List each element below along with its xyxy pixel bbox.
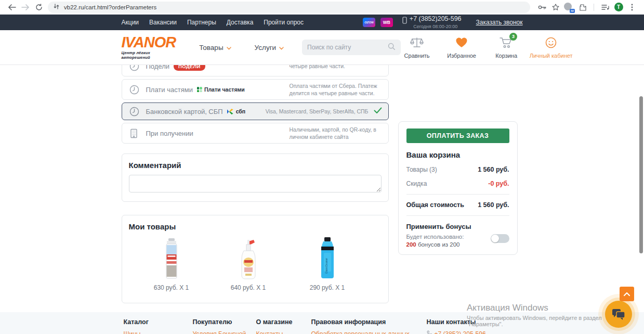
site-footer: Каталог Шины Покупателю Условия Бонусной…: [0, 312, 644, 334]
phone-icon: [402, 17, 407, 26]
footer-link-personal-data[interactable]: Обработка персональных данных: [311, 330, 427, 334]
footer-link-phone[interactable]: +7 (3852) 205-596: [427, 330, 486, 334]
product-image-spray: [222, 237, 274, 280]
payment-label: При получении: [146, 130, 193, 137]
check-icon: [374, 107, 382, 116]
account-button[interactable]: Личный кабинет: [535, 36, 567, 59]
url-text[interactable]: vb22.ru/cart.html?orderParameters: [64, 4, 156, 10]
footer-link-contacts[interactable]: Контакты: [256, 330, 311, 334]
heart-icon: [455, 36, 468, 51]
pay-order-button[interactable]: ОПЛАТИТЬ ЗАКАЗ: [406, 129, 509, 143]
footer-col-catalog: Каталог Шины: [124, 318, 193, 334]
top-links: Акции Вакансии Партнеры Доставка Пройти …: [122, 19, 304, 26]
scroll-to-top-button[interactable]: [620, 287, 634, 301]
cart-icon: 3: [500, 36, 513, 51]
summary-divider: [406, 215, 509, 216]
footer-col-our-contacts: Наши контакты +7 (3852) 205-596: [427, 318, 486, 334]
top-utility-bar: Акции Вакансии Партнеры Доставка Пройти …: [0, 15, 644, 30]
product-item[interactable]: 630 руб. X 1: [146, 237, 198, 291]
page-scrollbar[interactable]: [639, 96, 643, 253]
account-label: Личный кабинет: [530, 53, 573, 59]
discount-value: -0 руб.: [488, 180, 509, 187]
cart-button[interactable]: 3 Корзина: [490, 36, 522, 59]
side-panel-icon[interactable]: [598, 2, 612, 13]
comment-textarea[interactable]: [129, 175, 382, 192]
sbp-mark-icon: [227, 108, 234, 115]
payment-desc: Наличными, картой, по QR-коду, в личном …: [290, 126, 382, 140]
nav-uslugi-label: Услуги: [255, 44, 277, 52]
compare-button[interactable]: Сравнить: [401, 36, 433, 59]
plati-chastyami-logo-text: Плати частями: [204, 86, 245, 93]
payment-option-plati-chastyami[interactable]: Плати частями Плати частями Оплата частя…: [122, 79, 389, 100]
cart-count-badge: 3: [509, 33, 517, 41]
logo[interactable]: IVANOR Центр лёгких авторешений: [122, 35, 176, 60]
product-image-bottle: GlassCleaner: [301, 237, 353, 280]
cart-summary: ОПЛАТИТЬ ЗАКАЗ Ваша корзина Товары (3) 1…: [398, 121, 518, 255]
payment-option-on-delivery[interactable]: При получении Наличными, картой, по QR-к…: [122, 123, 389, 144]
top-link-partnery[interactable]: Партнеры: [187, 19, 216, 26]
clock-icon: [129, 85, 140, 95]
menu-kebab-icon[interactable]: [625, 2, 639, 13]
browser-toolbar: vb22.ru/cart.html?orderParameters IV T: [0, 0, 644, 15]
footer-link-bonus-terms[interactable]: Условия Бонусной карты: [193, 330, 256, 334]
bonus-title: Применить бонусы: [406, 223, 509, 230]
payment-desc: Visa, Mastercard, SberPay, SberAlfa, СПБ: [266, 108, 369, 115]
footer-col-title: Покупателю: [193, 318, 256, 326]
nav-uslugi[interactable]: Услуги: [255, 44, 284, 52]
payment-option-podeli[interactable]: Подели ПОДЕЛИ четыре равные части.: [122, 65, 389, 76]
site-search[interactable]: [302, 40, 401, 55]
footer-link-shiny[interactable]: Шины: [124, 330, 193, 334]
header-phone[interactable]: +7 (3852)205-596: [410, 16, 462, 23]
payment-label: Плати частями: [146, 86, 193, 94]
clock-icon: [129, 107, 140, 117]
forward-icon[interactable]: [19, 2, 32, 13]
total-value: 1 560 руб.: [478, 201, 509, 209]
bonus-amount: 200: [406, 241, 416, 248]
reload-icon[interactable]: [32, 2, 46, 13]
product-item[interactable]: 640 руб. X 1: [222, 237, 274, 291]
search-input[interactable]: [307, 44, 388, 51]
nav-tovary[interactable]: Товары: [199, 44, 231, 52]
logo-text: IVANOR: [122, 35, 176, 50]
product-price: 640 руб. X 1: [222, 284, 274, 291]
footer-col-title: Наши контакты: [427, 318, 486, 326]
payment-option-card-sbp[interactable]: Банковской картой, СБП сбп Visa, Masterc…: [122, 102, 389, 120]
cart-label: Корзина: [495, 53, 517, 59]
svg-text:GlassCleaner: GlassCleaner: [325, 258, 328, 274]
chat-widget-button[interactable]: [605, 301, 632, 328]
wb-badge[interactable]: WB: [380, 18, 393, 27]
payment-desc: Оплата частями от Сбера. Платеж делится …: [290, 82, 382, 97]
favorites-button[interactable]: Избранное: [445, 36, 478, 59]
nav-tovary-label: Товары: [199, 44, 223, 52]
site-settings-icon[interactable]: [53, 3, 60, 12]
items-count-label: Товары (3): [406, 166, 437, 173]
top-link-vakansii[interactable]: Вакансии: [149, 19, 177, 26]
address-bar[interactable]: vb22.ru/cart.html?orderParameters: [48, 2, 530, 13]
extension-badge: IV: [570, 9, 575, 13]
extensions-puzzle-icon[interactable]: [576, 2, 589, 13]
back-icon[interactable]: [5, 2, 19, 13]
profile-avatar[interactable]: T: [612, 2, 625, 13]
bookmark-star-icon[interactable]: [549, 2, 562, 13]
footer-phone-icon: [427, 330, 432, 334]
top-link-akcii[interactable]: Акции: [122, 19, 139, 26]
favorites-label: Избранное: [447, 53, 476, 59]
toolbar-divider: [594, 4, 594, 11]
working-hours: Сегодня 08:00-20:00: [410, 24, 462, 29]
site-header: IVANOR Центр лёгких авторешений Товары У…: [0, 30, 644, 65]
footer-col-about: О магазине Контакты: [256, 318, 311, 334]
extension-iv-icon[interactable]: IV: [562, 2, 576, 13]
bonus-toggle[interactable]: [491, 234, 509, 243]
product-item[interactable]: GlassCleaner 290 руб. X 1: [301, 237, 353, 291]
logo-tagline: Центр лёгких авторешений: [122, 50, 176, 60]
password-key-icon[interactable]: [535, 2, 549, 13]
ozon-badge[interactable]: OZON: [363, 18, 375, 27]
sbp-logo: сбп: [227, 108, 246, 115]
top-link-dostavka[interactable]: Доставка: [227, 19, 254, 26]
items-total-value: 1 560 руб.: [478, 166, 509, 173]
bonus-section: Применить бонусы Будет использовано: 200…: [406, 223, 509, 248]
product-price: 290 руб. X 1: [301, 284, 353, 291]
callback-link[interactable]: Заказать звонок: [476, 19, 523, 26]
search-icon[interactable]: [388, 43, 396, 53]
top-link-oprost[interactable]: Пройти опрос: [264, 19, 304, 26]
